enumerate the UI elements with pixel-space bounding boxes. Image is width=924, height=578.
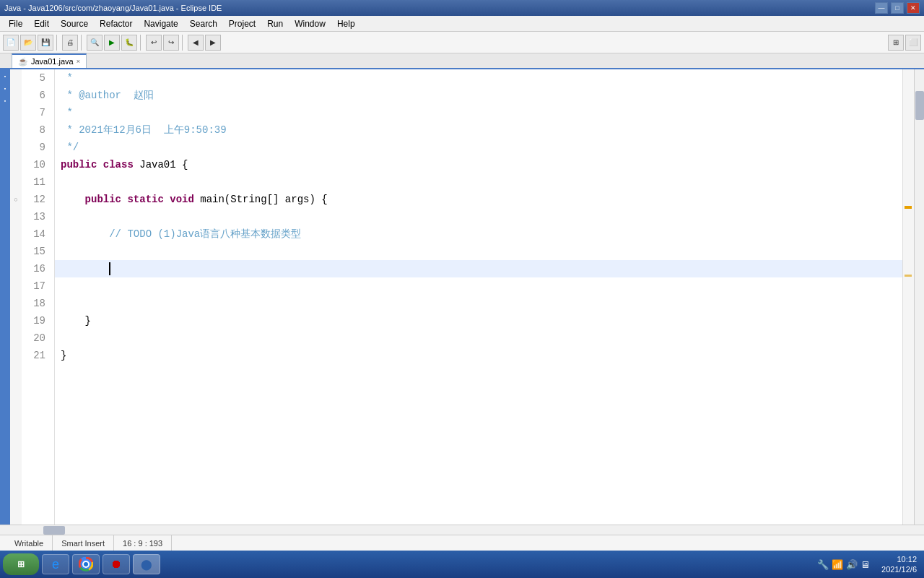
marker-14	[10, 225, 22, 243]
code-line-6: * @author 赵阳	[55, 87, 902, 104]
tb-new[interactable]: 📄	[3, 35, 19, 51]
taskbar: ⊞ e ⏺	[0, 551, 924, 578]
scroll-marker-1	[905, 206, 912, 209]
code-content-5: *	[61, 71, 79, 86]
eclipse-icon: ⬤	[138, 556, 155, 573]
tb-maximize[interactable]: ⬜	[905, 35, 921, 51]
code-todo-comment: // TODO (1)Java语言八种基本数据类型	[109, 227, 301, 242]
tb-debug[interactable]: 🐛	[121, 35, 137, 51]
tb-back[interactable]: ◀	[188, 35, 204, 51]
linenum-9: 9	[22, 139, 50, 156]
tab-close-button[interactable]: ×	[77, 58, 80, 65]
tb-undo[interactable]: ↩	[146, 35, 162, 51]
code-line-16[interactable]	[55, 260, 902, 277]
code-content-6: * @author 赵阳	[61, 88, 154, 103]
tb-redo[interactable]: ↪	[163, 35, 179, 51]
tb-forward[interactable]: ▶	[205, 35, 221, 51]
marker-12: ○	[10, 191, 22, 208]
code-line-19: }	[55, 312, 902, 329]
chrome-icon	[77, 556, 95, 573]
code-classname: Java01 {	[139, 158, 188, 173]
marker-11	[10, 173, 22, 191]
tb-sep3	[140, 35, 143, 51]
maximize-button[interactable]: □	[891, 2, 904, 14]
menu-help[interactable]: Help	[331, 16, 361, 31]
application-window: Java - Java1206/src/com/zhaoyang/Java01.…	[0, 0, 924, 578]
menu-navigate[interactable]: Navigate	[138, 16, 183, 31]
tb-print[interactable]: 🖨	[62, 35, 78, 51]
vertical-scrollbar[interactable]	[914, 69, 924, 525]
tb-sep2	[81, 35, 84, 51]
code-line-15	[55, 243, 902, 260]
writable-label: Writable	[14, 539, 43, 548]
marker-21	[10, 347, 22, 364]
linenum-20: 20	[22, 329, 50, 347]
code-kw-class: class	[103, 158, 139, 173]
ie-icon: e	[47, 556, 64, 573]
code-line-5: *	[55, 69, 902, 87]
linenum-12: 12	[22, 191, 50, 208]
menu-project[interactable]: Project	[223, 16, 261, 31]
position-label: 16 : 9 : 193	[123, 539, 162, 548]
linenum-13: 13	[22, 208, 50, 225]
clock: 10:12 2021/12/6	[877, 554, 921, 575]
h-scrollbar-thumb[interactable]	[43, 526, 65, 535]
marker-7	[10, 104, 22, 121]
linenum-16: 16	[22, 260, 50, 277]
horizontal-scrollbar[interactable]	[0, 525, 924, 535]
menu-refactor[interactable]: Refactor	[94, 16, 138, 31]
code-line-20	[55, 329, 902, 347]
tasks-icon[interactable]: ▪	[0, 95, 10, 105]
tab-icon: ☕	[18, 57, 28, 66]
scrollbar-thumb[interactable]	[915, 91, 924, 120]
code-kw-static: static	[127, 192, 170, 207]
editor-wrap: ☕ Java01.java × ▪ ▪ ▪	[0, 53, 924, 535]
taskbar-ie[interactable]: e	[42, 554, 69, 574]
record-icon: ⏺	[108, 556, 125, 573]
tb-perspective[interactable]: ⊞	[888, 35, 904, 51]
code-line-8: * 2021年12月6日 上午9:50:39	[55, 121, 902, 139]
tray-icon-network: 🖥	[860, 559, 870, 570]
side-icons-panel: ▪ ▪ ▪	[0, 69, 10, 525]
code-line-21: }	[55, 347, 902, 364]
status-bar: Writable Smart Insert 16 : 9 : 193	[0, 535, 924, 551]
code-line-17	[55, 277, 902, 295]
menu-run[interactable]: Run	[261, 16, 289, 31]
menu-file[interactable]: File	[3, 16, 28, 31]
marker-9	[10, 139, 22, 156]
tb-run[interactable]: ▶	[104, 35, 120, 51]
menu-window[interactable]: Window	[289, 16, 331, 31]
clock-time: 10:12	[881, 554, 917, 564]
line-marker-column: ○	[10, 69, 22, 525]
tb-save[interactable]: 💾	[38, 35, 53, 51]
close-button[interactable]: ✕	[907, 2, 920, 14]
linenum-18: 18	[22, 295, 50, 312]
marker-10	[10, 156, 22, 173]
menu-source[interactable]: Source	[55, 16, 94, 31]
tb-sep1	[56, 35, 59, 51]
code-kw-void: void	[170, 192, 200, 207]
code-line-12: public static void main(String[] args) {	[55, 191, 902, 208]
linenum-17: 17	[22, 277, 50, 295]
taskbar-chrome[interactable]	[72, 554, 100, 574]
status-writable: Writable	[6, 535, 53, 551]
taskbar-record[interactable]: ⏺	[103, 554, 130, 574]
code-indent-12	[61, 192, 85, 207]
menu-edit[interactable]: Edit	[28, 16, 55, 31]
text-cursor	[109, 262, 110, 275]
start-button[interactable]: ⊞	[3, 553, 39, 575]
tb-open[interactable]: 📂	[20, 35, 36, 51]
code-content-7: *	[61, 105, 79, 121]
toolbar: 📄 📂 💾 🖨 🔍 ▶ 🐛 ↩ ↪ ◀ ▶ ⊞ ⬜	[0, 32, 924, 53]
tab-java01[interactable]: ☕ Java01.java ×	[12, 53, 87, 68]
code-editor[interactable]: * * @author 赵阳 * * 2021年12月6日 上午9:50:39	[55, 69, 902, 525]
tb-search[interactable]: 🔍	[87, 35, 103, 51]
package-explorer-icon[interactable]: ▪	[0, 71, 10, 81]
code-indent-19	[61, 314, 85, 329]
minimize-button[interactable]: —	[875, 2, 888, 14]
linenum-6: 6	[22, 87, 50, 104]
outline-icon[interactable]: ▪	[0, 83, 10, 93]
taskbar-eclipse[interactable]: ⬤	[133, 554, 160, 574]
menu-search[interactable]: Search	[184, 16, 223, 31]
linenum-10: 10	[22, 156, 50, 173]
